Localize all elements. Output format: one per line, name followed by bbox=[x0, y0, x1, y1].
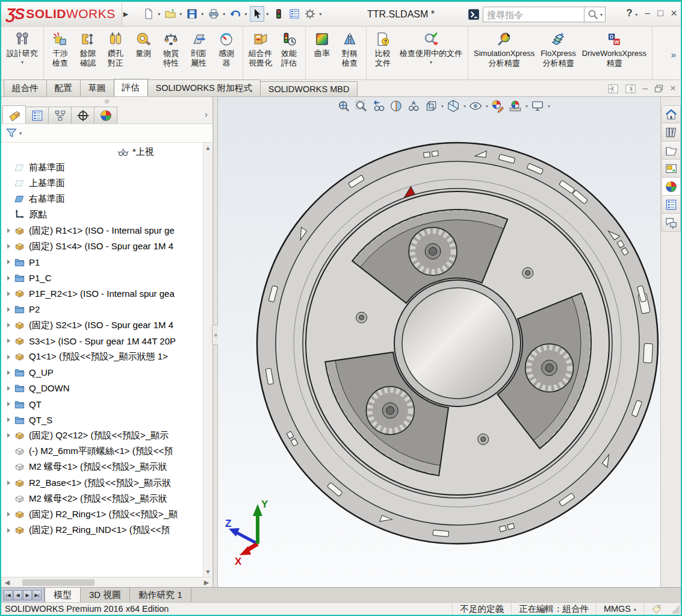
tree-item[interactable]: (固定) Q2<12> (預設<<預設>_顯示 bbox=[1, 428, 203, 443]
assembly-visualization-button[interactable]: 組合件 視覺化 bbox=[246, 29, 275, 69]
tree-item[interactable]: (固定) S1<4> (ISO - Spur gear 1M 4 bbox=[1, 238, 203, 254]
undo-dropdown[interactable]: ▾ bbox=[244, 11, 247, 17]
sheet-tab-2[interactable]: 3D 視圖 bbox=[81, 588, 130, 602]
scroll-left-arrow[interactable]: ◀ bbox=[3, 579, 11, 586]
tree-item[interactable]: (固定) S2<1> (ISO - Spur gear 1M 4 bbox=[1, 317, 203, 333]
view-settings-button[interactable] bbox=[530, 98, 545, 114]
edit-appearance-button[interactable] bbox=[490, 98, 506, 114]
previous-view-button[interactable] bbox=[371, 98, 386, 114]
prev-tab-button[interactable]: ◀ bbox=[13, 590, 22, 600]
performance-evaluation-button[interactable]: 效能 評估 bbox=[275, 29, 303, 69]
symmetry-check-button[interactable]: 對稱 檢查 bbox=[336, 29, 364, 69]
tree-item[interactable]: Q1<1> (預設<<預設>_顯示狀態 1> bbox=[1, 349, 203, 364]
scroll-down-arrow[interactable]: ▼ bbox=[205, 568, 211, 575]
hide-show-items-dropdown[interactable]: ▾ bbox=[486, 104, 488, 109]
mass-properties-button[interactable]: 物質 特性 bbox=[157, 29, 185, 69]
apply-scene-button[interactable] bbox=[507, 98, 523, 114]
graphics-viewport[interactable]: A▾▾▾▾▾ Z X bbox=[218, 97, 660, 587]
compare-documents-button[interactable]: ?比較 文件 bbox=[369, 29, 397, 69]
tree-item[interactable]: Q_DOWN bbox=[1, 381, 203, 396]
command-search-input[interactable] bbox=[483, 7, 584, 22]
maximize-button[interactable]: □ bbox=[657, 8, 663, 19]
doc-restore-button[interactable] bbox=[654, 84, 664, 94]
interference-check-button[interactable]: 干涉 檢查 bbox=[46, 29, 74, 69]
forum-tab[interactable] bbox=[662, 214, 681, 232]
tree-item[interactable]: M2 螺母<2> (預設<<預設>_顯示狀 bbox=[1, 491, 203, 506]
open-document-dropdown[interactable]: ▾ bbox=[179, 11, 182, 17]
driveworksxpress-wizard-button[interactable]: DWDriveWorksXpress 精靈 bbox=[579, 29, 649, 69]
filter-funnel-icon[interactable] bbox=[5, 126, 18, 140]
last-tab-button[interactable]: ▶| bbox=[33, 590, 42, 600]
apply-scene-dropdown[interactable]: ▾ bbox=[525, 104, 528, 109]
view-settings-dropdown[interactable]: ▾ bbox=[548, 104, 550, 109]
displaymanager-tab[interactable] bbox=[94, 107, 117, 123]
floxpress-wizard-button[interactable]: FloXpress 分析精靈 bbox=[538, 29, 579, 69]
tab-草圖[interactable]: 草圖 bbox=[80, 79, 114, 96]
logo-flyout-arrow[interactable]: ▶ bbox=[123, 10, 128, 18]
tree-item[interactable]: 前基準面 bbox=[1, 160, 203, 175]
minimize-button[interactable]: – bbox=[645, 8, 650, 19]
settings-button[interactable] bbox=[303, 6, 317, 22]
display-style-dropdown[interactable]: ▾ bbox=[463, 104, 466, 109]
tree-item[interactable]: (固定) R2_Ring<1> (預設<<預設>_顯 bbox=[1, 506, 203, 522]
close-button[interactable]: × bbox=[671, 7, 677, 20]
tab-評估[interactable]: 評估 bbox=[114, 79, 148, 96]
first-tab-button[interactable]: |◀ bbox=[4, 590, 13, 600]
design-study-dropdown[interactable]: ▾ bbox=[21, 60, 23, 65]
view-palette-tab[interactable] bbox=[662, 160, 681, 178]
design-study-button[interactable]: 設計研究▾ bbox=[4, 29, 41, 66]
check-active-document-dropdown[interactable]: ▾ bbox=[430, 60, 432, 65]
tree-item[interactable]: (-) M2_6mm平頭螺絲<1> (預設<<預 bbox=[1, 444, 203, 459]
settings-dropdown[interactable]: ▾ bbox=[319, 11, 321, 17]
tree-item[interactable]: S3<1> (ISO - Spur gear 1M 44T 20P bbox=[1, 333, 203, 349]
view-orientation-button[interactable] bbox=[423, 98, 439, 114]
new-document-button[interactable] bbox=[141, 6, 156, 22]
tree-item[interactable]: (固定) R2_Ring_IND<1> (預設<<預 bbox=[1, 523, 203, 538]
tree-item[interactable]: 上基準面 bbox=[1, 175, 203, 191]
filter-dropdown-arrow[interactable]: ▾ bbox=[19, 131, 22, 136]
custom-properties-tab[interactable] bbox=[662, 196, 681, 214]
options-list-button[interactable] bbox=[287, 6, 302, 22]
tree-item[interactable]: P1 bbox=[1, 254, 203, 270]
section-view-button[interactable] bbox=[388, 98, 404, 114]
tree-item[interactable]: (固定) R1<1> (ISO - Internal spur ge bbox=[1, 223, 203, 238]
units-selector[interactable]: MMGS▴ bbox=[596, 603, 643, 615]
tag-icon[interactable] bbox=[643, 603, 669, 615]
design-library-tab[interactable] bbox=[662, 123, 681, 142]
undo-button[interactable] bbox=[228, 6, 243, 22]
section-properties-button[interactable]: 剖面 屬性 bbox=[185, 29, 212, 69]
dimxpertmanager-tab[interactable] bbox=[71, 107, 95, 123]
annotation-view-button[interactable]: A bbox=[406, 98, 421, 114]
tree-item[interactable]: QT bbox=[1, 396, 203, 412]
collapse-right-icon[interactable] bbox=[625, 83, 636, 95]
check-active-document-button[interactable]: 檢查使用中的文件▾ bbox=[397, 29, 465, 66]
open-document-button[interactable] bbox=[163, 6, 178, 22]
save-dropdown[interactable]: ▾ bbox=[201, 11, 203, 17]
resize-grip[interactable] bbox=[671, 605, 680, 614]
hide-show-items-button[interactable] bbox=[468, 98, 483, 114]
ribbon-overflow-chevron[interactable]: » bbox=[671, 49, 676, 60]
sensor-button[interactable]: 感測 器 bbox=[212, 29, 240, 69]
appearances-tab[interactable] bbox=[662, 178, 681, 196]
file-explorer-tab[interactable] bbox=[662, 142, 681, 160]
measure-button[interactable]: 量測 bbox=[129, 29, 157, 59]
scroll-up-arrow[interactable]: ▲ bbox=[205, 145, 211, 151]
scrollbar-thumb[interactable] bbox=[22, 579, 95, 586]
print-dropdown[interactable]: ▾ bbox=[223, 11, 225, 17]
tree-item[interactable]: P2 bbox=[1, 302, 203, 317]
featuremanager-tab[interactable] bbox=[2, 105, 26, 123]
zoom-to-fit-button[interactable] bbox=[336, 98, 352, 114]
select-dropdown[interactable]: ▾ bbox=[266, 11, 268, 17]
tree-horizontal-scrollbar[interactable]: ◀ ▶ bbox=[1, 577, 212, 587]
sheet-tab-3[interactable]: 動作研究 1 bbox=[130, 588, 191, 602]
doc-close-button[interactable]: × bbox=[670, 82, 676, 95]
panel-splitter[interactable] bbox=[213, 97, 218, 587]
tree-item[interactable]: R2_Base<1> (預設<<預設>_顯示狀 bbox=[1, 475, 203, 491]
sheet-tab-1[interactable]: 模型 bbox=[45, 588, 81, 602]
tab-solidworks-mbd[interactable]: SOLIDWORKS MBD bbox=[260, 81, 358, 96]
zoom-to-area-button[interactable] bbox=[353, 98, 369, 114]
hole-alignment-button[interactable]: 鑽孔 對正 bbox=[102, 29, 129, 69]
print-button[interactable] bbox=[206, 6, 221, 22]
tab-配置[interactable]: 配置 bbox=[46, 79, 81, 96]
tree-item[interactable]: QT_S bbox=[1, 412, 203, 428]
